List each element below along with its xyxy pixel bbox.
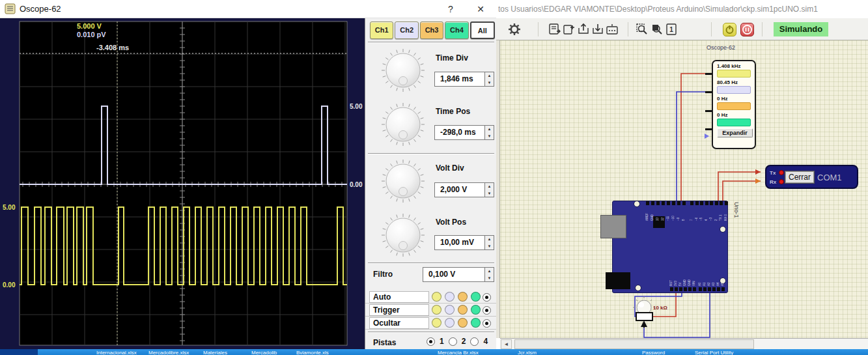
auto-ch3-toggle[interactable] — [458, 292, 468, 302]
taskbar-item[interactable]: Jcr.xlsm — [518, 350, 537, 355]
pin-4[interactable] — [705, 201, 708, 205]
potentiometer[interactable] — [633, 296, 655, 328]
wire-ch2[interactable] — [677, 92, 712, 201]
pin-~6[interactable] — [695, 201, 699, 205]
taskbar-item[interactable]: Mercadolib — [251, 350, 277, 355]
zoom-area-icon[interactable] — [651, 23, 664, 36]
ocultar-ch4-toggle[interactable] — [471, 318, 481, 328]
wire-rx[interactable] — [723, 181, 761, 201]
pin-2[interactable] — [715, 201, 718, 205]
pin-8[interactable] — [682, 201, 686, 205]
probe-bar-ch3[interactable] — [717, 102, 751, 110]
ocultar-ch3-toggle[interactable] — [458, 318, 468, 328]
probe-pin-b[interactable] — [705, 91, 712, 93]
auto-ch2-toggle[interactable] — [445, 292, 455, 302]
settings-gear-icon[interactable] — [508, 23, 521, 36]
probe-pin-c[interactable] — [705, 110, 712, 112]
filtro-value[interactable]: 0,100 V — [423, 267, 485, 282]
taskbar-item[interactable]: Mercancia Br.xlsx — [438, 350, 479, 355]
taskbar-item[interactable]: Bviamonte.xls — [296, 350, 329, 355]
pin-a0[interactable] — [699, 287, 702, 291]
volt-pos-field[interactable]: 10,00 mV ▲▼ — [434, 235, 494, 250]
taskbar-start-segment[interactable] — [0, 349, 38, 355]
probe-bar-ch2[interactable] — [717, 86, 751, 94]
pin-~10[interactable] — [672, 201, 675, 205]
probe-pin-d[interactable] — [705, 128, 712, 130]
import-section-icon[interactable] — [577, 23, 590, 36]
channel-button-ch2[interactable]: Ch2 — [395, 21, 418, 39]
pistas-radio-1[interactable] — [427, 337, 435, 346]
ocultar-all-radio[interactable] — [483, 319, 491, 328]
pin-~11[interactable] — [667, 201, 670, 205]
pin-~3[interactable] — [710, 201, 713, 205]
cerrar-button[interactable]: Cerrar — [785, 171, 815, 184]
windows-taskbar[interactable]: Internacional.xlsxMercadolibre.xlsxMater… — [0, 349, 868, 355]
horizontal-scrollbar[interactable]: ◄ — [500, 338, 868, 349]
pin-a4[interactable] — [717, 287, 720, 291]
auto-all-radio[interactable] — [483, 293, 491, 302]
com-port-widget[interactable]: Tx Rx Cerrar COM1 — [765, 165, 858, 189]
channel-button-ch4[interactable]: Ch4 — [445, 21, 468, 39]
volt-pos-spinner[interactable]: ▲▼ — [485, 235, 494, 250]
trigger-ch3-toggle[interactable] — [458, 305, 468, 315]
time-pos-spinner[interactable]: ▲▼ — [485, 125, 494, 140]
volt-div-value[interactable]: 2,000 V — [434, 182, 485, 197]
pistas-radio-2[interactable] — [449, 337, 457, 346]
pin-3v3[interactable] — [675, 287, 678, 291]
pin-gnd[interactable] — [688, 287, 692, 291]
taskbar-item[interactable]: Serial Port Utility — [695, 350, 733, 355]
channel-button-all[interactable]: All — [470, 21, 495, 39]
ocultar-ch2-toggle[interactable] — [445, 318, 455, 328]
more-tools-icon[interactable] — [606, 23, 619, 36]
pin-a5[interactable] — [721, 287, 725, 291]
filtro-field[interactable]: 0,100 V ▲▼ — [423, 267, 494, 282]
schematic-canvas[interactable]: Oscope-62 1.408 kHz80.45 Hz0 Hz0 Hz Expa… — [496, 40, 868, 338]
wire-tx[interactable] — [718, 172, 761, 201]
volt-div-knob[interactable] — [381, 159, 425, 203]
volt-pos-knob[interactable] — [381, 213, 425, 257]
taskbar-item[interactable]: Internacional.xlsx — [96, 350, 137, 355]
zoom-100-icon[interactable]: 1 — [665, 23, 678, 36]
wire-pot-wiper[interactable] — [644, 293, 710, 337]
pin-a3[interactable] — [712, 287, 716, 291]
pin-a2[interactable] — [708, 287, 711, 291]
export-section-icon[interactable] — [591, 23, 604, 36]
pin-tx1[interactable] — [720, 201, 723, 205]
expandir-button[interactable]: Expandir — [717, 128, 753, 137]
pistas-radio-4[interactable] — [470, 337, 479, 346]
pin-~5[interactable] — [700, 201, 703, 205]
pin-vin[interactable] — [693, 287, 696, 291]
time-div-spinner[interactable]: ▲▼ — [485, 72, 494, 87]
pin-~9[interactable] — [677, 201, 680, 205]
channel-button-ch1[interactable]: Ch1 — [370, 21, 393, 39]
pin-13[interactable] — [656, 201, 660, 205]
zoom-extents-icon[interactable] — [636, 23, 649, 36]
volt-pos-value[interactable]: 10,00 mV — [434, 235, 485, 250]
time-div-value[interactable]: 1,846 ms — [434, 72, 485, 87]
pin-aref[interactable] — [646, 201, 649, 205]
taskbar-item[interactable]: Password — [642, 350, 665, 355]
probe-bar-ch1[interactable] — [717, 70, 751, 78]
title-bar[interactable]: Oscope-62 ? ✕ — [0, 0, 496, 18]
help-button[interactable]: ? — [440, 3, 461, 16]
time-pos-field[interactable]: -298,0 ms ▲▼ — [434, 125, 494, 140]
trigger-ch1-toggle[interactable] — [432, 305, 441, 315]
time-div-knob[interactable] — [381, 48, 425, 92]
pin-5v[interactable] — [679, 287, 682, 291]
scroll-left-arrow[interactable]: ◄ — [501, 339, 512, 349]
edit-design-icon[interactable] — [548, 23, 561, 36]
close-button[interactable]: ✕ — [470, 3, 491, 16]
trigger-all-radio[interactable] — [483, 306, 491, 315]
time-pos-value[interactable]: -298,0 ms — [434, 125, 485, 140]
pin-rst[interactable] — [670, 287, 673, 291]
oscope-probe-widget[interactable]: 1.408 kHz80.45 Hz0 Hz0 Hz Expandir — [712, 60, 756, 149]
channel-button-ch3[interactable]: Ch3 — [420, 21, 443, 39]
taskbar-item[interactable]: Materiales — [203, 350, 227, 355]
pin-12[interactable] — [662, 201, 665, 205]
new-sheet-icon[interactable] — [563, 23, 576, 36]
trigger-ch4-toggle[interactable] — [471, 305, 481, 315]
time-div-field[interactable]: 1,846 ms ▲▼ — [434, 72, 494, 87]
time-pos-knob[interactable] — [381, 102, 425, 147]
pin-gnd[interactable] — [684, 287, 687, 291]
pin-a1[interactable] — [703, 287, 707, 291]
